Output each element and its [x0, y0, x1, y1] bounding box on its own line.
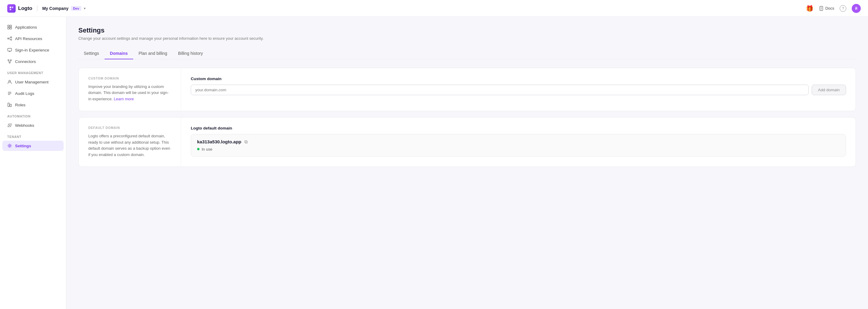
tab-billing-history[interactable]: Billing history: [173, 48, 208, 59]
docs-button[interactable]: Docs: [819, 6, 834, 11]
svg-point-11: [7, 38, 9, 39]
svg-rect-16: [8, 48, 12, 51]
status-row: In use: [197, 147, 840, 151]
docs-label: Docs: [825, 6, 834, 10]
page-subtitle: Change your account settings and manage …: [79, 36, 856, 41]
svg-rect-28: [8, 103, 9, 107]
svg-point-19: [8, 60, 9, 61]
add-domain-button[interactable]: Add domain: [812, 84, 846, 95]
svg-point-33: [9, 145, 10, 147]
custom-domain-field-label: Custom domain: [191, 76, 846, 81]
sidebar-item-user-management[interactable]: User Management: [2, 77, 64, 87]
webhooks-label: Webhooks: [15, 123, 34, 128]
logto-logo-icon: [7, 4, 16, 13]
tenant-selector[interactable]: My Company Dev ▾: [42, 6, 85, 11]
api-icon: [7, 36, 12, 41]
svg-point-21: [9, 62, 10, 63]
header-left: Logto My Company Dev ▾: [7, 4, 86, 13]
logo-area: Logto: [7, 4, 32, 13]
copy-icon[interactable]: ⧉: [244, 139, 248, 144]
gift-icon[interactable]: 🎁: [806, 5, 813, 12]
main-content: Settings Change your account settings an…: [66, 17, 868, 309]
help-icon[interactable]: ?: [840, 5, 846, 12]
applications-label: Applications: [15, 25, 37, 30]
connectors-label: Connectors: [15, 59, 36, 64]
logs-icon: [7, 91, 12, 96]
logo-text: Logto: [18, 5, 32, 11]
monitor-icon: [7, 47, 12, 53]
custom-domain-input[interactable]: [191, 84, 809, 95]
domain-value: ka313a530.logto.app: [197, 139, 241, 144]
svg-rect-7: [8, 25, 10, 27]
svg-rect-29: [10, 104, 11, 107]
tenant-section-label: TENANT: [0, 131, 66, 140]
sidebar-item-applications[interactable]: Applications: [2, 22, 64, 32]
api-resources-label: API Resources: [15, 36, 42, 41]
sidebar-item-webhooks[interactable]: Webhooks: [2, 120, 64, 130]
tab-plan-billing[interactable]: Plan and billing: [133, 48, 173, 59]
learn-more-link[interactable]: Learn more: [114, 97, 134, 101]
user-management-label: User Management: [15, 80, 49, 84]
layout: Applications API Resources Sign-in Exper…: [0, 17, 868, 309]
sidebar-item-api-resources[interactable]: API Resources: [2, 33, 64, 44]
custom-domain-card: CUSTOM DOMAIN Improve your branding by u…: [79, 68, 856, 111]
svg-point-32: [9, 125, 10, 126]
tenant-env-badge: Dev: [71, 6, 81, 11]
custom-domain-card-left: CUSTOM DOMAIN Improve your branding by u…: [79, 68, 181, 111]
svg-point-13: [10, 39, 12, 40]
custom-domain-card-inner: CUSTOM DOMAIN Improve your branding by u…: [79, 68, 856, 111]
sidebar-item-settings[interactable]: Settings: [2, 141, 64, 151]
svg-line-22: [8, 61, 9, 62]
default-domain-description: Logto offers a preconfigured default dom…: [88, 133, 171, 158]
domain-display-box: ka313a530.logto.app ⧉ In use: [191, 134, 846, 157]
svg-rect-1: [12, 7, 13, 8]
default-domain-card-right: Logto default domain ka313a530.logto.app…: [181, 117, 856, 167]
domain-name-row: ka313a530.logto.app ⧉: [197, 139, 840, 144]
svg-line-14: [9, 38, 10, 39]
sidebar-item-sign-in-experience[interactable]: Sign-in Experience: [2, 45, 64, 55]
svg-point-20: [10, 60, 11, 61]
custom-domain-description: Improve your branding by utilizing a cus…: [88, 84, 171, 102]
custom-domain-input-row: Add domain: [191, 84, 846, 95]
svg-point-30: [8, 126, 9, 127]
status-label: In use: [202, 147, 212, 151]
status-dot: [197, 148, 199, 150]
settings-tabs: Settings Domains Plan and billing Billin…: [79, 48, 856, 59]
header: Logto My Company Dev ▾ 🎁 Docs ? й: [0, 0, 868, 17]
custom-domain-card-right: Custom domain Add domain: [181, 68, 856, 111]
tab-domains[interactable]: Domains: [104, 48, 133, 59]
default-domain-card-left: DEFAULT DOMAIN Logto offers a preconfigu…: [79, 117, 181, 167]
default-domain-card: DEFAULT DOMAIN Logto offers a preconfigu…: [79, 117, 856, 167]
connector-icon: [7, 59, 12, 64]
automation-section-label: AUTOMATION: [0, 111, 66, 119]
sidebar-item-roles[interactable]: Roles: [2, 100, 64, 110]
header-divider: [37, 5, 37, 11]
svg-rect-0: [10, 7, 11, 8]
chevron-down-icon[interactable]: ▾: [84, 6, 86, 10]
sign-in-experience-label: Sign-in Experience: [15, 48, 49, 53]
default-domain-card-inner: DEFAULT DOMAIN Logto offers a preconfigu…: [79, 117, 856, 167]
settings-icon: [7, 143, 12, 148]
sidebar: Applications API Resources Sign-in Exper…: [0, 17, 66, 309]
svg-line-23: [10, 61, 11, 62]
default-domain-section-label: DEFAULT DOMAIN: [88, 126, 171, 130]
audit-logs-label: Audit Logs: [15, 91, 34, 96]
sidebar-item-connectors[interactable]: Connectors: [2, 56, 64, 67]
avatar[interactable]: й: [852, 4, 861, 13]
user-icon: [7, 79, 12, 84]
doc-icon: [819, 6, 824, 11]
tab-settings[interactable]: Settings: [79, 48, 104, 59]
svg-rect-9: [8, 27, 10, 29]
roles-label: Roles: [15, 103, 26, 107]
svg-rect-8: [10, 25, 12, 27]
page-title: Settings: [79, 27, 856, 34]
custom-domain-section-label: CUSTOM DOMAIN: [88, 76, 171, 80]
svg-rect-2: [10, 9, 11, 10]
user-management-section-label: USER MANAGEMENT: [0, 67, 66, 76]
tenant-name: My Company: [42, 6, 68, 11]
webhook-icon: [7, 123, 12, 128]
svg-line-15: [9, 39, 10, 40]
apps-icon: [7, 25, 12, 30]
sidebar-item-audit-logs[interactable]: Audit Logs: [2, 88, 64, 99]
default-domain-field-label: Logto default domain: [191, 126, 846, 130]
